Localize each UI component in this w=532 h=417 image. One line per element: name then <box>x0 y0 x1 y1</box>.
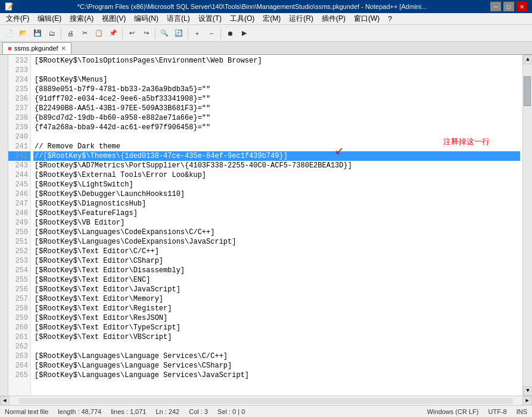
menu-item-n[interactable]: 编码(N) <box>130 13 162 24</box>
tab-close-button[interactable]: ✕ <box>61 45 66 52</box>
code-line-261[interactable]: [$RootKey$\Text Editor\VBScript] <box>33 332 520 342</box>
menu-item-w[interactable]: 窗口(W) <box>350 13 383 24</box>
scroll-up-button[interactable]: ▲ <box>523 55 532 64</box>
scrollbar-thumb[interactable] <box>524 76 531 106</box>
menu-item-a[interactable]: 搜索(A) <box>66 13 97 24</box>
menu-item-m[interactable]: 宏(M) <box>259 13 284 24</box>
line-number-247: 247 <box>8 199 30 208</box>
code-line-252[interactable]: [$RootKey$\Text Editor\C/C++] <box>33 247 520 256</box>
code-line-245[interactable]: [$RootKey$\LightSwitch] <box>33 180 520 189</box>
status-position: Ln : 242 <box>155 408 179 415</box>
menu-item-p[interactable]: 插件(P) <box>318 13 349 24</box>
find-button[interactable]: 🔍 <box>158 27 171 40</box>
zoom-in-button[interactable]: + <box>191 27 204 40</box>
menu-item-o[interactable]: 工具(O) <box>226 13 258 24</box>
code-line-248[interactable]: [$RootKey$\FeatureFlags] <box>33 208 520 218</box>
code-line-249[interactable]: [$RootKey$\VB Editor] <box>33 218 520 228</box>
code-line-263[interactable]: [$RootKey$\Languages\Language Services\C… <box>33 351 520 361</box>
code-line-256[interactable]: [$RootKey$\Text Editor\JavaScript] <box>33 285 520 294</box>
code-line-259[interactable]: [$RootKey$\Text Editor\ResJSON] <box>33 313 520 323</box>
scroll-left-button[interactable]: ◄ <box>0 396 10 406</box>
code-editor[interactable]: [$RootKey$\ToolsOptionsPages\Environment… <box>31 55 522 396</box>
code-line-233[interactable] <box>33 66 520 75</box>
code-line-244[interactable]: [$RootKey$\External Tools\Error Loo&kup] <box>33 170 520 180</box>
menu-item-l[interactable]: 语言(L) <box>163 13 194 24</box>
status-col: Col : 3 <box>189 408 208 415</box>
code-line-232[interactable]: [$RootKey$\ToolsOptionsPages\Environment… <box>33 56 520 66</box>
code-line-250[interactable]: [$RootKey$\Languages\CodeExpansions\C/C+… <box>33 228 520 237</box>
menu-item-e[interactable]: 编辑(E) <box>34 13 65 24</box>
code-line-246[interactable]: [$RootKey$\Debugger\LaunchHooks110] <box>33 189 520 199</box>
status-file-type: Normal text file <box>5 408 48 415</box>
code-line-262[interactable] <box>33 342 520 351</box>
cut-button[interactable]: ✂ <box>78 27 91 40</box>
maximize-button[interactable]: □ <box>503 2 514 11</box>
line-number-239: 239 <box>8 123 30 132</box>
file-tab[interactable]: ■ ssms.pkgundef ✕ <box>2 42 71 54</box>
title-bar-title: *C:\Program Files (x86)\Microsoft SQL Se… <box>14 3 490 10</box>
vertical-scrollbar[interactable]: ▲ ▼ <box>522 55 532 396</box>
line-number-243: 243 <box>8 161 30 170</box>
code-line-241[interactable]: // Remove Dark theme <box>33 142 520 151</box>
copy-button[interactable]: 📋 <box>92 27 105 40</box>
paste-button[interactable]: 📌 <box>107 27 120 40</box>
code-line-240[interactable] <box>33 132 520 142</box>
undo-button[interactable]: ↩ <box>125 27 138 40</box>
line-number-261: 261 <box>8 332 30 342</box>
redo-button[interactable]: ↪ <box>139 27 153 40</box>
menu-item-[interactable]: ? <box>384 14 396 24</box>
line-number-235: 235 <box>8 85 30 94</box>
line-number-260: 260 <box>8 323 30 332</box>
title-bar: 📝 *C:\Program Files (x86)\Microsoft SQL … <box>0 0 532 13</box>
code-line-247[interactable]: [$RootKey$\DiagnosticsHub] <box>33 199 520 208</box>
code-line-243[interactable]: [$RootKey$\AD7Metrics\PortSupplier\{4103… <box>33 161 520 170</box>
macro-record-button[interactable]: ⏺ <box>223 27 237 40</box>
code-line-238[interactable]: {b89cd7d2-19db-4b60-a958-e882ae71a66e}="… <box>33 113 520 123</box>
code-line-235[interactable]: {8889e051-b7f9-4781-bb33-2a36a9bdb3a5}="… <box>33 85 520 94</box>
macro-play-button[interactable]: ▶ <box>238 27 251 40</box>
print-button[interactable]: 🖨 <box>64 27 77 40</box>
close-button[interactable]: ✕ <box>517 2 527 11</box>
zoom-out-button[interactable]: − <box>205 27 218 40</box>
menu-item-v[interactable]: 视图(V) <box>98 13 129 24</box>
code-line-265[interactable]: [$RootKey$\Languages\Language Services\J… <box>33 371 520 380</box>
code-line-254[interactable]: [$RootKey$\Text Editor\Disassembly] <box>33 266 520 275</box>
save-file-button[interactable]: 💾 <box>31 27 44 40</box>
line-number-242: 242 <box>8 151 30 161</box>
minimize-button[interactable]: ─ <box>490 2 501 11</box>
line-number-252: 252 <box>8 247 30 256</box>
open-file-button[interactable]: 📂 <box>17 27 30 40</box>
code-line-236[interactable]: {91dff702-e034-4ce2-9ee6-a5bf33341908}="… <box>33 94 520 104</box>
scrollbar-track[interactable] <box>523 64 532 386</box>
code-line-242[interactable]: //[$RootKey$\Themes\{1ded0138-47ce-435e-… <box>33 151 520 161</box>
code-line-258[interactable]: [$RootKey$\Text Editor\Register] <box>33 304 520 313</box>
scroll-right-button[interactable]: ► <box>522 396 532 406</box>
code-line-234[interactable]: [$RootKey$\Menus] <box>33 75 520 85</box>
code-line-237[interactable]: {B22490B8-AA51-43B1-97EE-509A33B681F3}="… <box>33 104 520 113</box>
code-line-264[interactable]: [$RootKey$\Languages\Language Services\C… <box>33 361 520 371</box>
line-number-237: 237 <box>8 104 30 113</box>
menu-item-f[interactable]: 文件(F) <box>2 13 33 24</box>
code-line-257[interactable]: [$RootKey$\Text Editor\Memory] <box>33 294 520 304</box>
editor-wrapper: 2322332342352362372382392402412422432442… <box>0 55 532 396</box>
tab-label: ssms.pkgundef <box>14 45 58 52</box>
new-file-button[interactable]: 📄 <box>2 27 15 40</box>
status-bar: Normal text file length : 48,774 lines :… <box>0 405 532 417</box>
line-number-255: 255 <box>8 275 30 285</box>
scroll-down-button[interactable]: ▼ <box>523 386 532 396</box>
hscroll-track[interactable] <box>19 398 513 404</box>
code-line-239[interactable]: {f47a268a-bba9-442d-ac61-eef97f906458}="… <box>33 123 520 132</box>
code-line-255[interactable]: [$RootKey$\Text Editor\ENC] <box>33 275 520 285</box>
replace-button[interactable]: 🔄 <box>172 27 185 40</box>
code-line-253[interactable]: [$RootKey$\Text Editor\CSharp] <box>33 256 520 266</box>
line-number-248: 248 <box>8 208 30 218</box>
code-line-260[interactable]: [$RootKey$\Text Editor\TypeScript] <box>33 323 520 332</box>
menu-item-t[interactable]: 设置(T) <box>195 13 225 24</box>
save-all-button[interactable]: 🗂 <box>45 27 58 40</box>
toolbar-sep-4 <box>188 27 188 39</box>
horizontal-scrollbar[interactable]: ◄ ► <box>0 396 532 405</box>
menu-item-r[interactable]: 运行(R) <box>285 13 317 24</box>
line-number-262: 262 <box>8 342 30 351</box>
line-number-257: 257 <box>8 294 30 304</box>
code-line-251[interactable]: [$RootKey$\Languages\CodeExpansions\Java… <box>33 237 520 247</box>
